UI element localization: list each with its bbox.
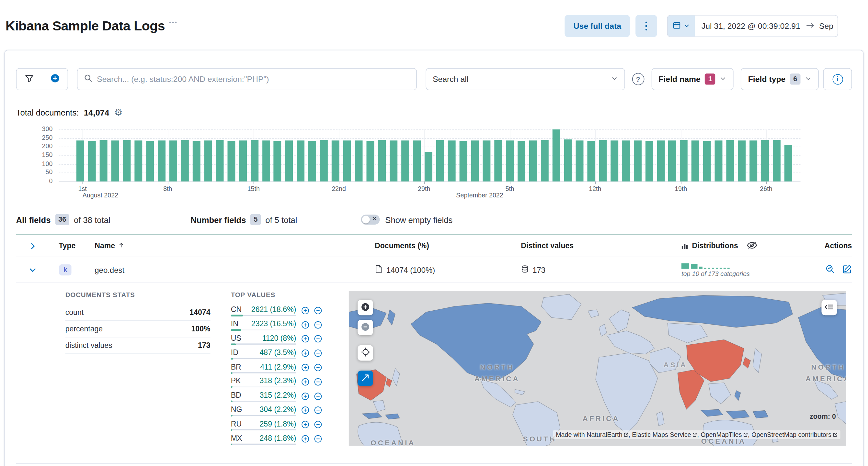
histogram-bar[interactable] <box>691 140 699 181</box>
map-attribution-link[interactable]: , OpenMapTiles <box>697 431 748 438</box>
histogram-bar[interactable] <box>448 140 456 181</box>
histogram-bar[interactable] <box>587 141 595 181</box>
histogram-bar[interactable] <box>657 140 664 181</box>
histogram-bar[interactable] <box>738 141 746 181</box>
date-end[interactable]: Sep <box>814 22 838 30</box>
hide-distributions-button[interactable] <box>747 241 757 251</box>
histogram-bar[interactable] <box>401 141 409 181</box>
help-icon[interactable]: ? <box>632 73 644 86</box>
histogram-bar[interactable] <box>111 141 119 181</box>
more-options-button[interactable] <box>636 15 657 37</box>
histogram-bar[interactable] <box>343 141 351 181</box>
histogram-bar[interactable] <box>552 129 560 181</box>
field-type-filter-button[interactable]: Field type 6 <box>741 68 818 90</box>
map-attribution-link[interactable]: Made with NaturalEarth <box>556 431 628 438</box>
filter-for-value-button[interactable] <box>301 363 310 373</box>
histogram-bar[interactable] <box>750 140 757 181</box>
histogram-bar[interactable] <box>529 140 537 181</box>
histogram-bar[interactable] <box>494 140 502 181</box>
column-type[interactable]: Type <box>49 242 95 250</box>
field-name-filter-button[interactable]: Field name 1 <box>651 68 734 90</box>
histogram-bar[interactable] <box>726 140 734 181</box>
filter-for-value-button[interactable] <box>301 321 310 331</box>
histogram-bar[interactable] <box>633 140 641 181</box>
info-button[interactable]: i <box>823 68 852 90</box>
histogram-bar[interactable] <box>645 141 653 181</box>
gear-icon[interactable]: ⚙ <box>114 108 123 117</box>
histogram-bar[interactable] <box>541 140 549 181</box>
histogram-bar[interactable] <box>169 141 177 181</box>
histogram-bar[interactable] <box>378 140 386 181</box>
add-filter-button[interactable] <box>42 69 68 90</box>
column-distinct-values[interactable]: Distinct values <box>521 242 667 250</box>
histogram-bar[interactable] <box>181 140 188 181</box>
map-attribution-link[interactable]: , OpenStreetMap contributors <box>748 431 838 438</box>
map-legend-collapse-button[interactable] <box>822 300 837 315</box>
breadcrumb-menu-icon[interactable] <box>169 21 177 23</box>
histogram-bar[interactable] <box>576 140 583 181</box>
histogram-bar[interactable] <box>622 140 630 181</box>
collapse-row-button[interactable] <box>27 264 39 276</box>
column-documents[interactable]: Documents (%) <box>375 242 521 250</box>
histogram-bar[interactable] <box>483 141 490 181</box>
filter-out-value-button[interactable] <box>314 420 322 430</box>
filter-out-value-button[interactable] <box>314 378 322 388</box>
histogram-bar[interactable] <box>216 140 223 181</box>
filter-out-value-button[interactable] <box>314 335 322 345</box>
filter-for-value-button[interactable] <box>301 435 310 445</box>
histogram-bar[interactable] <box>332 140 339 181</box>
histogram-bar[interactable] <box>76 140 84 181</box>
histogram-bar[interactable] <box>611 141 618 181</box>
explore-in-lens-button[interactable] <box>825 264 835 275</box>
edit-field-button[interactable] <box>842 264 852 275</box>
filter-for-value-button[interactable] <box>301 349 310 359</box>
filter-for-value-button[interactable] <box>301 335 310 345</box>
map-attribution-link[interactable]: , Elastic Maps Service <box>628 431 697 438</box>
histogram-bar[interactable] <box>88 141 96 181</box>
show-empty-fields-toggle[interactable]: ✕ <box>361 214 380 225</box>
filter-out-value-button[interactable] <box>314 321 322 331</box>
date-start[interactable]: Jul 31, 2022 @ 00:39:02.91 <box>695 22 806 30</box>
map-expand-button[interactable] <box>358 370 373 386</box>
filter-button[interactable] <box>17 69 42 90</box>
histogram-bar[interactable] <box>784 145 792 181</box>
histogram-bar[interactable] <box>715 140 722 181</box>
filter-for-value-button[interactable] <box>301 406 310 416</box>
histogram-bar[interactable] <box>250 140 258 181</box>
date-quick-select-button[interactable] <box>668 15 695 37</box>
map-fit-data-button[interactable] <box>358 345 373 361</box>
histogram-bar[interactable] <box>471 140 479 181</box>
histogram-bar[interactable] <box>703 141 711 181</box>
histogram-plot[interactable] <box>59 129 800 182</box>
table-row[interactable]: k geo.dest 14074 (100%) 173 top 10 of 17… <box>16 257 852 283</box>
filter-for-value-button[interactable] <box>301 392 310 402</box>
histogram-bar[interactable] <box>669 141 676 181</box>
choropleth-map[interactable]: NORTHAMERICAAFRICAASIASOUTHOCEANIAOCEANI… <box>349 291 846 446</box>
histogram-bar[interactable] <box>367 141 374 181</box>
histogram-bar[interactable] <box>425 152 432 181</box>
histogram-bar[interactable] <box>297 140 305 181</box>
histogram-bar[interactable] <box>204 140 212 181</box>
histogram-bar[interactable] <box>413 140 421 181</box>
histogram-bar[interactable] <box>274 141 281 181</box>
search-input[interactable] <box>97 75 409 84</box>
histogram-bar[interactable] <box>761 140 769 181</box>
histogram-bar[interactable] <box>285 140 293 181</box>
histogram-bar[interactable] <box>239 140 247 181</box>
histogram-bar[interactable] <box>227 141 235 181</box>
histogram-bar[interactable] <box>158 140 165 181</box>
histogram-bar[interactable] <box>262 141 270 181</box>
histogram-bar[interactable] <box>599 140 607 181</box>
expand-all-button[interactable] <box>27 240 39 252</box>
histogram-bar[interactable] <box>355 140 363 181</box>
filter-out-value-button[interactable] <box>314 392 322 402</box>
filter-out-value-button[interactable] <box>314 363 322 373</box>
histogram-bar[interactable] <box>680 140 688 181</box>
histogram-bar[interactable] <box>192 141 200 181</box>
histogram-bar[interactable] <box>460 141 467 181</box>
histogram-bar[interactable] <box>309 141 316 181</box>
filter-out-value-button[interactable] <box>314 306 322 317</box>
histogram-bar[interactable] <box>100 140 107 181</box>
filter-out-value-button[interactable] <box>314 406 322 416</box>
map-zoom-in-button[interactable] <box>358 300 373 315</box>
